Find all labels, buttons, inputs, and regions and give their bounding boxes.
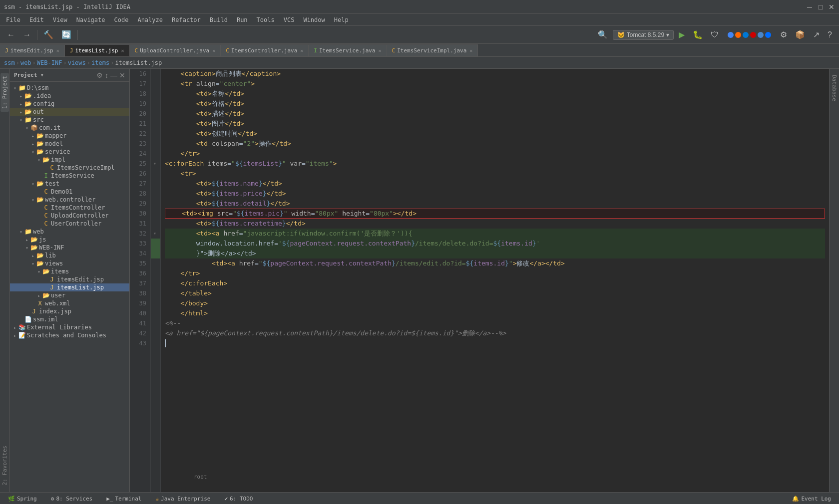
menu-refactor[interactable]: Refactor — [168, 15, 205, 24]
menu-window[interactable]: Window — [299, 15, 329, 24]
tree-item-itemsedit-file[interactable]: J itemsEdit.jsp — [10, 275, 129, 283]
tree-item-service[interactable]: ▾ 📂 service — [10, 148, 129, 156]
debug-button[interactable]: 🐛 — [690, 28, 706, 41]
tree-item-webcontroller[interactable]: ▾ 📂 web.controller — [10, 196, 129, 204]
menu-tools[interactable]: Tools — [253, 15, 279, 24]
tab-itemsserviceimpl[interactable]: C ItemsServiceImpl.java ✕ — [387, 44, 478, 56]
ie-icon[interactable] — [758, 32, 764, 38]
sidebar-settings-button[interactable]: ⚙ — [96, 71, 103, 79]
breadcrumb-items[interactable]: items — [91, 59, 109, 66]
bottom-tab-event-log[interactable]: 🔔 Event Log — [788, 495, 835, 503]
vtab-project[interactable]: 1: Project — [0, 73, 9, 112]
menu-edit[interactable]: Edit — [25, 15, 48, 24]
foreach-fold-gutter[interactable]: ▾ — [151, 159, 159, 169]
menu-file[interactable]: File — [2, 15, 24, 24]
tab-close-itemsservice[interactable]: ✕ — [379, 48, 382, 53]
tree-item-uploadcontroller[interactable]: C UploadController — [10, 212, 129, 220]
sidebar-expand-button[interactable]: ↕ — [105, 71, 108, 79]
firefox-icon[interactable] — [735, 32, 741, 38]
tree-item-itemsserviceimpl[interactable]: C ItemsServiceImpl — [10, 164, 129, 172]
menu-vcs[interactable]: VCS — [280, 15, 299, 24]
breadcrumb-web[interactable]: web — [20, 59, 31, 66]
opera-icon[interactable] — [750, 32, 756, 38]
tree-item-extlibs[interactable]: ▸ 📚 External Libraries — [10, 323, 129, 331]
js-fold-gutter[interactable]: ▾ — [151, 229, 159, 239]
maximize-button[interactable]: □ — [817, 3, 824, 10]
forward-button[interactable]: → — [20, 28, 34, 41]
tree-item-indexjsp[interactable]: J index.jsp — [10, 307, 129, 315]
coverage-button[interactable]: 🛡 — [708, 28, 722, 41]
menu-view[interactable]: View — [49, 15, 71, 24]
tree-item-itemsservice[interactable]: I ItemsService — [10, 172, 129, 180]
minimize-button[interactable]: ─ — [806, 3, 813, 10]
tree-item-webinf[interactable]: ▾ 📂 WEB-INF — [10, 244, 129, 252]
sidebar-collapse-button[interactable]: — — [110, 71, 117, 79]
menu-build[interactable]: Build — [206, 15, 232, 24]
tab-close-itemsserviceimpl[interactable]: ✕ — [469, 48, 472, 53]
bottom-tab-services[interactable]: ⚙ 8: Services — [47, 495, 96, 503]
tab-close-itemslist[interactable]: ✕ — [121, 48, 124, 53]
search-everywhere-button[interactable]: 🔍 — [595, 28, 611, 41]
tree-item-views[interactable]: ▾ 📂 views — [10, 259, 129, 267]
tree-item-itemslist-file[interactable]: J itemsList.jsp — [10, 283, 129, 291]
tree-item-ssmiml[interactable]: 📄 ssm.iml — [10, 315, 129, 323]
tab-itemslist[interactable]: J itemsList.jsp ✕ — [65, 44, 130, 56]
close-button[interactable]: ✕ — [828, 3, 835, 10]
tree-item-out[interactable]: ▸ 📂 out — [10, 108, 129, 116]
tree-item-comit[interactable]: ▾ 📦 com.it — [10, 124, 129, 132]
tree-item-js[interactable]: ▸ 📂 js — [10, 236, 129, 244]
tree-item-user-folder[interactable]: ▸ 📂 user — [10, 291, 129, 299]
code-content[interactable]: <caption>商品列表</caption> <tr align="cente… — [161, 69, 829, 492]
edge-icon[interactable] — [743, 32, 749, 38]
tab-itemscontroller[interactable]: C ItemsController.java ✕ — [221, 44, 309, 56]
bottom-tab-terminal[interactable]: ▶_ Terminal — [102, 495, 145, 503]
tree-item-scratches[interactable]: ▸ 📝 Scratches and Consoles — [10, 331, 129, 339]
tab-itemsservice[interactable]: I ItemsService.java ✕ — [309, 44, 387, 56]
menu-code[interactable]: Code — [110, 15, 133, 24]
menu-run[interactable]: Run — [233, 15, 252, 24]
bottom-tab-java-enterprise[interactable]: ☕ Java Enterprise — [151, 495, 214, 503]
breadcrumb-ssm[interactable]: ssm — [4, 59, 15, 66]
share-button[interactable]: ↗ — [810, 28, 823, 41]
tab-uploadcontroller[interactable]: C UploadController.java ✕ — [130, 44, 221, 56]
tree-item-demo01[interactable]: C Demo01 — [10, 188, 129, 196]
tree-item-usercontroller[interactable]: C UserController — [10, 220, 129, 228]
run-button[interactable]: ▶ — [676, 28, 688, 41]
tab-close-itemsedit[interactable]: ✕ — [56, 48, 59, 53]
tree-item-mapper[interactable]: ▸ 📂 mapper — [10, 132, 129, 140]
bottom-tab-spring[interactable]: 🌿 Spring — [4, 495, 41, 503]
menu-analyze[interactable]: Analyze — [133, 15, 167, 24]
bottom-tab-todo[interactable]: ✔ 6: TODO — [220, 495, 257, 503]
tree-item-idea[interactable]: ▸ 📂 .idea — [10, 92, 129, 100]
tree-item-model[interactable]: ▸ 📂 model — [10, 140, 129, 148]
build-button[interactable]: 🔨 — [40, 28, 56, 41]
tab-close-itemscontroller[interactable]: ✕ — [300, 48, 303, 53]
tree-item-webxml[interactable]: X web.xml — [10, 299, 129, 307]
tree-item-web[interactable]: ▾ 📁 web — [10, 228, 129, 236]
sidebar-close-button[interactable]: ✕ — [119, 71, 125, 79]
safari-icon[interactable] — [765, 32, 771, 38]
tree-item-test[interactable]: ▾ 📂 test — [10, 180, 129, 188]
menu-navigate[interactable]: Navigate — [72, 15, 109, 24]
tab-close-uploadcontroller[interactable]: ✕ — [212, 48, 215, 53]
tomcat-config-button[interactable]: 🐱 Tomcat 8.5.29 ▾ — [613, 30, 674, 40]
code-area[interactable]: 16 17 18 19 20 21 22 23 24 25 26 27 28 2… — [130, 69, 829, 492]
chrome-icon[interactable] — [728, 32, 734, 38]
back-button[interactable]: ← — [4, 28, 18, 41]
tree-item-impl[interactable]: ▾ 📂 impl — [10, 156, 129, 164]
breadcrumb-views[interactable]: views — [68, 59, 86, 66]
tab-itemsedit[interactable]: J itemsEdit.jsp ✕ — [0, 44, 65, 56]
tree-item-lib[interactable]: ▸ 📂 lib — [10, 252, 129, 259]
breadcrumb-webinf[interactable]: WEB-INF — [37, 59, 62, 66]
settings-button[interactable]: ⚙ — [777, 28, 790, 41]
tree-item-config[interactable]: ▸ 📂 config — [10, 100, 129, 108]
database-vtab[interactable]: Database — [830, 71, 839, 105]
tree-item-itemscontroller[interactable]: C ItemsController — [10, 204, 129, 212]
help-tour-button[interactable]: ? — [825, 28, 835, 41]
tree-item-src[interactable]: ▾ 📁 src — [10, 116, 129, 124]
tree-item-ssm[interactable]: ▾ 📁 D:\ssm — [10, 84, 129, 92]
sync-button[interactable]: 🔄 — [58, 28, 74, 41]
tree-item-items-folder[interactable]: ▾ 📂 items — [10, 267, 129, 275]
vcs-button[interactable]: 📦 — [792, 28, 808, 41]
menu-help[interactable]: Help — [330, 15, 353, 24]
